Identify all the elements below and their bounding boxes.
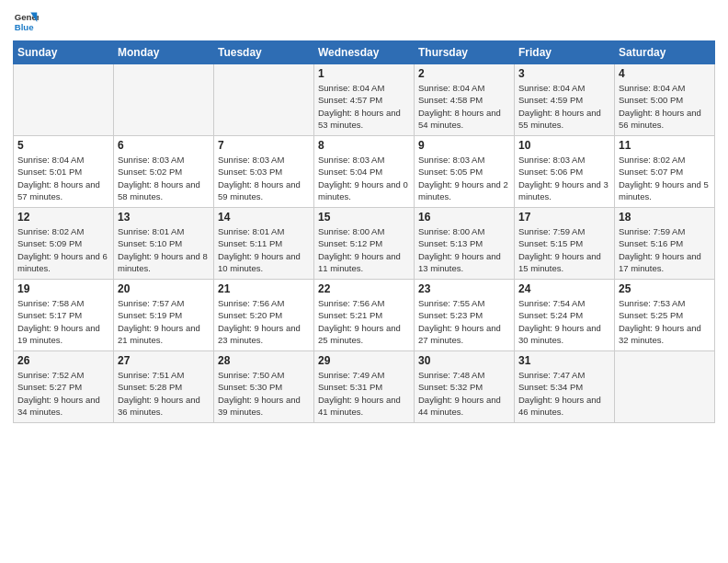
- cell-content: Sunrise: 7:49 AM Sunset: 5:31 PM Dayligh…: [318, 369, 410, 418]
- calendar-cell: 12Sunrise: 8:02 AM Sunset: 5:09 PM Dayli…: [14, 208, 114, 280]
- logo: General Blue: [13, 9, 42, 35]
- cell-content: Sunrise: 7:50 AM Sunset: 5:30 PM Dayligh…: [218, 369, 310, 418]
- calendar-table: SundayMondayTuesdayWednesdayThursdayFrid…: [13, 40, 715, 423]
- day-number: 16: [418, 211, 510, 224]
- calendar-cell: 27Sunrise: 7:51 AM Sunset: 5:28 PM Dayli…: [114, 351, 214, 423]
- day-number: 14: [218, 211, 310, 224]
- day-number: 8: [318, 139, 410, 152]
- cell-content: Sunrise: 7:56 AM Sunset: 5:20 PM Dayligh…: [218, 297, 310, 346]
- cell-content: Sunrise: 8:02 AM Sunset: 5:07 PM Dayligh…: [619, 154, 711, 202]
- cell-content: Sunrise: 8:04 AM Sunset: 4:59 PM Dayligh…: [518, 82, 610, 131]
- day-header-sunday: Sunday: [14, 41, 114, 64]
- cell-content: Sunrise: 8:04 AM Sunset: 5:00 PM Dayligh…: [619, 82, 711, 131]
- calendar-cell: 13Sunrise: 8:01 AM Sunset: 5:10 PM Dayli…: [114, 208, 214, 280]
- header-row: SundayMondayTuesdayWednesdayThursdayFrid…: [14, 41, 715, 64]
- cell-content: Sunrise: 7:58 AM Sunset: 5:17 PM Dayligh…: [17, 297, 109, 346]
- day-number: 3: [518, 67, 610, 80]
- day-header-saturday: Saturday: [615, 41, 715, 64]
- cell-content: Sunrise: 7:55 AM Sunset: 5:23 PM Dayligh…: [418, 297, 510, 346]
- calendar-cell: 8Sunrise: 8:03 AM Sunset: 5:04 PM Daylig…: [314, 136, 415, 208]
- cell-content: Sunrise: 8:03 AM Sunset: 5:06 PM Dayligh…: [518, 154, 610, 202]
- cell-content: Sunrise: 8:03 AM Sunset: 5:03 PM Dayligh…: [218, 154, 310, 202]
- cell-content: Sunrise: 8:04 AM Sunset: 4:58 PM Dayligh…: [418, 82, 510, 131]
- day-number: 6: [118, 139, 210, 152]
- cell-content: Sunrise: 8:00 AM Sunset: 5:13 PM Dayligh…: [418, 225, 510, 274]
- day-number: 4: [619, 67, 711, 80]
- day-number: 1: [318, 67, 410, 80]
- calendar-cell: 17Sunrise: 7:59 AM Sunset: 5:15 PM Dayli…: [515, 208, 615, 280]
- cell-content: Sunrise: 7:54 AM Sunset: 5:24 PM Dayligh…: [518, 297, 610, 346]
- day-number: 24: [518, 282, 610, 295]
- calendar-cell: 2Sunrise: 8:04 AM Sunset: 4:58 PM Daylig…: [415, 64, 515, 136]
- day-number: 23: [418, 282, 510, 295]
- calendar-cell: 24Sunrise: 7:54 AM Sunset: 5:24 PM Dayli…: [515, 280, 615, 351]
- cell-content: Sunrise: 8:02 AM Sunset: 5:09 PM Dayligh…: [17, 225, 109, 274]
- calendar-cell: 5Sunrise: 8:04 AM Sunset: 5:01 PM Daylig…: [14, 136, 114, 208]
- week-row-3: 12Sunrise: 8:02 AM Sunset: 5:09 PM Dayli…: [14, 208, 715, 280]
- calendar-cell: 18Sunrise: 7:59 AM Sunset: 5:16 PM Dayli…: [615, 208, 715, 280]
- calendar-cell: [615, 351, 715, 423]
- cell-content: Sunrise: 8:03 AM Sunset: 5:04 PM Dayligh…: [318, 154, 410, 202]
- day-number: 27: [118, 354, 210, 367]
- cell-content: Sunrise: 8:01 AM Sunset: 5:10 PM Dayligh…: [118, 225, 210, 274]
- calendar-cell: [214, 64, 314, 136]
- calendar-cell: 3Sunrise: 8:04 AM Sunset: 4:59 PM Daylig…: [515, 64, 615, 136]
- week-row-2: 5Sunrise: 8:04 AM Sunset: 5:01 PM Daylig…: [14, 136, 715, 208]
- header: General Blue: [13, 9, 715, 35]
- cell-content: Sunrise: 8:03 AM Sunset: 5:05 PM Dayligh…: [418, 154, 510, 202]
- calendar-cell: 31Sunrise: 7:47 AM Sunset: 5:34 PM Dayli…: [515, 351, 615, 423]
- day-number: 26: [17, 354, 109, 367]
- day-number: 29: [318, 354, 410, 367]
- cell-content: Sunrise: 8:00 AM Sunset: 5:12 PM Dayligh…: [318, 225, 410, 274]
- cell-content: Sunrise: 8:04 AM Sunset: 4:57 PM Dayligh…: [318, 82, 410, 131]
- calendar-cell: 7Sunrise: 8:03 AM Sunset: 5:03 PM Daylig…: [214, 136, 314, 208]
- calendar-cell: 19Sunrise: 7:58 AM Sunset: 5:17 PM Dayli…: [14, 280, 114, 351]
- week-row-1: 1Sunrise: 8:04 AM Sunset: 4:57 PM Daylig…: [14, 64, 715, 136]
- day-number: 10: [518, 139, 610, 152]
- calendar-cell: 15Sunrise: 8:00 AM Sunset: 5:12 PM Dayli…: [314, 208, 415, 280]
- week-row-4: 19Sunrise: 7:58 AM Sunset: 5:17 PM Dayli…: [14, 280, 715, 351]
- calendar-cell: 30Sunrise: 7:48 AM Sunset: 5:32 PM Dayli…: [415, 351, 515, 423]
- day-number: 7: [218, 139, 310, 152]
- day-number: 19: [17, 282, 109, 295]
- calendar-container: General Blue SundayMondayTuesdayWednesda…: [0, 0, 728, 429]
- calendar-cell: 16Sunrise: 8:00 AM Sunset: 5:13 PM Dayli…: [415, 208, 515, 280]
- calendar-cell: 26Sunrise: 7:52 AM Sunset: 5:27 PM Dayli…: [14, 351, 114, 423]
- day-number: 15: [318, 211, 410, 224]
- week-row-5: 26Sunrise: 7:52 AM Sunset: 5:27 PM Dayli…: [14, 351, 715, 423]
- calendar-cell: [14, 64, 114, 136]
- calendar-cell: 6Sunrise: 8:03 AM Sunset: 5:02 PM Daylig…: [114, 136, 214, 208]
- cell-content: Sunrise: 7:51 AM Sunset: 5:28 PM Dayligh…: [118, 369, 210, 418]
- svg-text:Blue: Blue: [15, 22, 34, 32]
- calendar-cell: 14Sunrise: 8:01 AM Sunset: 5:11 PM Dayli…: [214, 208, 314, 280]
- cell-content: Sunrise: 7:48 AM Sunset: 5:32 PM Dayligh…: [418, 369, 510, 418]
- calendar-cell: 28Sunrise: 7:50 AM Sunset: 5:30 PM Dayli…: [214, 351, 314, 423]
- cell-content: Sunrise: 7:56 AM Sunset: 5:21 PM Dayligh…: [318, 297, 410, 346]
- day-header-monday: Monday: [114, 41, 214, 64]
- day-number: 2: [418, 67, 510, 80]
- day-header-thursday: Thursday: [415, 41, 515, 64]
- day-number: 13: [118, 211, 210, 224]
- cell-content: Sunrise: 8:03 AM Sunset: 5:02 PM Dayligh…: [118, 154, 210, 202]
- cell-content: Sunrise: 8:01 AM Sunset: 5:11 PM Dayligh…: [218, 225, 310, 274]
- cell-content: Sunrise: 8:04 AM Sunset: 5:01 PM Dayligh…: [17, 154, 109, 202]
- cell-content: Sunrise: 7:47 AM Sunset: 5:34 PM Dayligh…: [518, 369, 610, 418]
- calendar-cell: 21Sunrise: 7:56 AM Sunset: 5:20 PM Dayli…: [214, 280, 314, 351]
- day-number: 18: [619, 211, 711, 224]
- day-header-friday: Friday: [515, 41, 615, 64]
- calendar-cell: [114, 64, 214, 136]
- calendar-cell: 29Sunrise: 7:49 AM Sunset: 5:31 PM Dayli…: [314, 351, 415, 423]
- calendar-cell: 10Sunrise: 8:03 AM Sunset: 5:06 PM Dayli…: [515, 136, 615, 208]
- cell-content: Sunrise: 7:53 AM Sunset: 5:25 PM Dayligh…: [619, 297, 711, 346]
- day-number: 28: [218, 354, 310, 367]
- day-number: 31: [518, 354, 610, 367]
- cell-content: Sunrise: 7:57 AM Sunset: 5:19 PM Dayligh…: [118, 297, 210, 346]
- day-number: 17: [518, 211, 610, 224]
- day-number: 5: [17, 139, 109, 152]
- day-number: 22: [318, 282, 410, 295]
- day-number: 25: [619, 282, 711, 295]
- day-number: 9: [418, 139, 510, 152]
- day-number: 20: [118, 282, 210, 295]
- day-number: 21: [218, 282, 310, 295]
- day-number: 11: [619, 139, 711, 152]
